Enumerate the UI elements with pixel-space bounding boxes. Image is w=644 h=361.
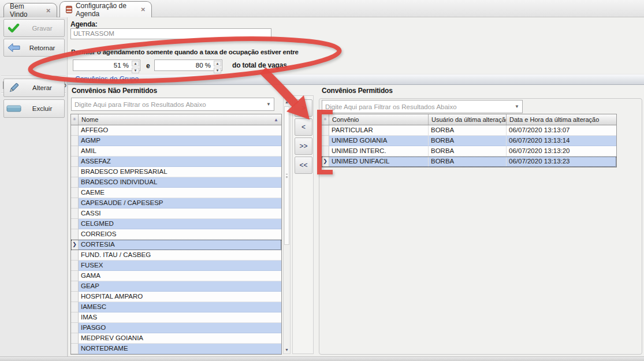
- table-row[interactable]: MEDPREV GOIANIA: [71, 333, 281, 344]
- tab-bem-vindo[interactable]: Bem Vindo ✕: [3, 3, 57, 17]
- table-row[interactable]: BRADESCO EMPRESARIAL: [71, 167, 281, 177]
- table-row[interactable]: HOSPITAL AMPARO: [71, 292, 281, 302]
- row-indicator: [71, 323, 79, 333]
- table-row[interactable]: ❯CORTESIA: [71, 240, 281, 250]
- row-indicator: [322, 125, 329, 136]
- row-label: BRADESCO INDIVIDUAL: [79, 177, 281, 188]
- table-row[interactable]: ASSEFAZ: [71, 157, 281, 167]
- conjunction-label: e: [146, 62, 150, 70]
- spin-up-icon[interactable]: ▲: [214, 61, 221, 66]
- table-row[interactable]: UNIMED GOIANIABORBA06/07/2020 13:13:14: [322, 136, 616, 146]
- indicator-header-icon: ✳: [322, 114, 329, 125]
- table-row[interactable]: NORTEDRAME: [71, 344, 281, 354]
- row-label: AMIL: [79, 146, 281, 157]
- column-header-usuario[interactable]: Usuário da última alteração: [429, 114, 507, 125]
- chevron-down-icon[interactable]: ▼: [512, 104, 522, 109]
- spinner-buttons: ▲ ▼: [131, 60, 140, 70]
- tab-convenios-do-grupo[interactable]: Convênios do Grupo: [75, 75, 139, 85]
- save-button[interactable]: Gravar: [3, 19, 65, 37]
- table-row[interactable]: CASSI: [71, 209, 281, 219]
- row-indicator: [71, 333, 79, 344]
- tab-bar: Bem Vindo ✕ Configuração de Agenda ✕: [0, 0, 644, 17]
- table-row[interactable]: CORREIOS: [71, 229, 281, 240]
- sort-asc-icon[interactable]: ▲: [274, 117, 278, 122]
- agenda-label: Agenda:: [70, 20, 98, 28]
- delete-button[interactable]: Excluir: [3, 99, 65, 118]
- row-label: HOSPITAL AMPARO: [79, 292, 281, 302]
- row-label: CAEME: [79, 188, 281, 198]
- max-occupancy-value[interactable]: 80 %: [155, 60, 213, 70]
- chevron-down-icon[interactable]: ▼: [263, 102, 274, 107]
- spin-down-icon[interactable]: ▼: [132, 68, 139, 73]
- table-row[interactable]: CAPESAUDE / CAPESESP: [71, 198, 281, 209]
- agenda-input[interactable]: ULTRASSOM: [70, 28, 271, 39]
- tab-configuracao-de-agenda[interactable]: Configuração de Agenda ✕: [59, 1, 152, 17]
- table-row[interactable]: AMIL: [71, 146, 281, 157]
- row-indicator: [71, 260, 79, 271]
- table-row[interactable]: CAEME: [71, 188, 281, 198]
- table-row[interactable]: GEAP: [71, 281, 281, 292]
- edit-button[interactable]: Alterar: [3, 79, 65, 97]
- column-header-nome[interactable]: Nome ▲: [79, 114, 281, 125]
- table-row[interactable]: FUND. ITAU / CASBEG: [71, 250, 281, 260]
- scroll-down-icon[interactable]: ▼: [284, 346, 290, 353]
- table-row[interactable]: BRADESCO INDIVIDUAL: [71, 177, 281, 188]
- row-label: IAMESC: [79, 302, 281, 312]
- row-indicator: [71, 229, 79, 240]
- right-filter-combo[interactable]: Digite Aqui para Filtrar os Resultados A…: [322, 100, 523, 113]
- row-label: CORREIOS: [79, 229, 281, 240]
- table-row[interactable]: IAMESC: [71, 302, 281, 312]
- row-label: BRADESCO EMPRESARIAL: [79, 167, 281, 177]
- move-all-left-button[interactable]: <<: [295, 157, 312, 174]
- table-row[interactable]: ❯UNIMED UNIFACILBORBA06/07/2020 13:13:23: [322, 157, 616, 167]
- column-header-data-hora[interactable]: Data e Hora da última alteração: [507, 114, 616, 125]
- table-row[interactable]: FUSEX: [71, 260, 281, 271]
- spin-up-icon[interactable]: ▲: [132, 61, 139, 66]
- right-table: ✳ Convênio Usuário da última alteração D…: [321, 114, 617, 168]
- max-occupancy-spinner[interactable]: 80 % ▲ ▼: [154, 59, 222, 71]
- left-panel-title: Convênios Não Permitidos: [72, 87, 157, 95]
- close-icon[interactable]: ✕: [141, 6, 146, 13]
- min-occupancy-value[interactable]: 51 %: [73, 60, 131, 70]
- table-row[interactable]: CELGMED: [71, 219, 281, 229]
- scroll-up-icon[interactable]: ▲: [284, 98, 290, 106]
- left-filter-combo[interactable]: Digite Aqui para Filtrar os Resultados A…: [71, 98, 274, 111]
- table-row[interactable]: IMAS: [71, 312, 281, 323]
- left-filter-placeholder: Digite Aqui para Filtrar os Resultados A…: [72, 101, 263, 108]
- edit-button-label: Alterar: [24, 84, 64, 91]
- cell-data-hora: 06/07/2020 13:13:23: [507, 157, 616, 167]
- min-occupancy-spinner[interactable]: 51 % ▲ ▼: [73, 59, 140, 71]
- move-all-right-button[interactable]: >>: [295, 137, 312, 155]
- right-table-header: ✳ Convênio Usuário da última alteração D…: [322, 114, 616, 125]
- spin-down-icon[interactable]: ▼: [214, 68, 221, 73]
- move-right-button[interactable]: >: [295, 99, 312, 117]
- row-indicator: [71, 271, 79, 281]
- row-indicator: [322, 146, 329, 157]
- arrow-left-icon: [4, 43, 24, 52]
- return-button[interactable]: Retornar: [3, 39, 65, 57]
- row-indicator: [71, 344, 79, 354]
- cell-convenio: UNIMED GOIANIA: [329, 136, 429, 146]
- occupancy-rule-text: Permitir o agendamento somente quando a …: [71, 49, 299, 55]
- row-indicator: ❯: [322, 157, 329, 167]
- column-header-convenio[interactable]: Convênio: [329, 114, 429, 125]
- tab-label: Bem Vindo: [10, 2, 43, 18]
- left-table-scrollbar[interactable]: ▲ ▼: [283, 98, 291, 354]
- cell-data-hora: 06/07/2020 13:13:14: [507, 136, 616, 146]
- left-table-header: ✳ Nome ▲: [71, 114, 281, 125]
- scrollbar-thumb[interactable]: [284, 106, 289, 245]
- table-row[interactable]: AGMP: [71, 136, 281, 146]
- table-row[interactable]: IPASGO: [71, 323, 281, 333]
- row-indicator: [71, 136, 79, 146]
- move-left-button[interactable]: <: [295, 118, 312, 136]
- app-window: Bem Vindo ✕ Configuração de Agenda ✕ Gra…: [0, 0, 644, 361]
- table-row[interactable]: AFFEGO: [71, 125, 281, 136]
- row-label: CORTESIA: [79, 240, 281, 250]
- close-icon[interactable]: ✕: [46, 8, 51, 14]
- check-icon: [4, 24, 24, 33]
- agenda-doc-icon: [66, 6, 72, 13]
- table-row[interactable]: PARTICULARBORBA06/07/2020 13:13:07: [322, 125, 616, 136]
- table-row[interactable]: UNIMED INTERC.BORBA06/07/2020 13:13:20: [322, 146, 616, 157]
- row-label: IMAS: [79, 312, 281, 323]
- table-row[interactable]: GAMA: [71, 271, 281, 281]
